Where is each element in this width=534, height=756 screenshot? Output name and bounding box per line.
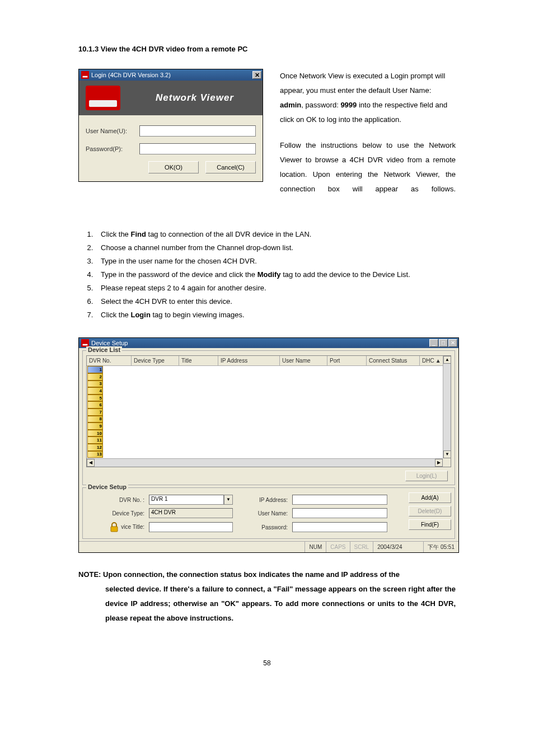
maximize-icon[interactable]: □: [439, 339, 448, 347]
cancel-button[interactable]: Cancel(C): [205, 161, 256, 173]
intro-para-2: Follow the instructions below to use the…: [280, 138, 456, 196]
col-port[interactable]: Port: [327, 356, 367, 365]
app-icon: [81, 339, 89, 347]
table-header: DVR No. Device Type Title IP Address Use…: [87, 356, 451, 366]
dvr-row-12[interactable]: 12: [87, 444, 103, 451]
password2-label: Password:: [237, 524, 288, 530]
scroll-left-icon[interactable]: ◀: [87, 459, 95, 467]
status-date: 2004/3/24: [373, 542, 423, 552]
step-6: Select the 4CH DVR to enter this device.: [95, 295, 456, 308]
vertical-scrollbar[interactable]: ▲ ▼: [443, 356, 451, 458]
step-1: Click the Find tag to connection of the …: [95, 228, 456, 241]
col-devicetype[interactable]: Device Type: [132, 356, 179, 365]
scroll-up-icon[interactable]: ▲: [443, 356, 451, 364]
devicetype-label: Device Type:: [88, 510, 144, 516]
svg-rect-1: [83, 76, 88, 78]
minimize-icon[interactable]: _: [429, 339, 438, 347]
col-title[interactable]: Title: [179, 356, 218, 365]
dvr-row-5[interactable]: 5: [87, 395, 103, 402]
status-bar: NUM CAPS SCRL 2004/3/24 下午 05:51: [79, 541, 458, 552]
devicetitle-input[interactable]: [149, 522, 233, 532]
device-title: Device Setup: [91, 340, 429, 346]
instruction-list: Click the Find tag to connection of the …: [78, 228, 456, 322]
top-section: Login (4Ch DVR Version 3.2) ✕ Network Vi…: [78, 69, 456, 208]
dvr-row-11[interactable]: 11: [87, 436, 103, 444]
intro-para-1: Once Network View is executed a Login pr…: [280, 69, 456, 127]
login-button[interactable]: Login(L): [405, 471, 448, 481]
section-heading: 10.1.3 View the 4CH DVR video from a rem…: [78, 45, 456, 53]
intro-text: Once Network View is executed a Login pr…: [280, 69, 456, 208]
login-dialog: Login (4Ch DVR Version 3.2) ✕ Network Vi…: [78, 69, 263, 182]
step-4: Type in the password of the device and c…: [95, 268, 456, 281]
note-label: NOTE:: [78, 570, 103, 579]
scroll-right-icon[interactable]: ▶: [435, 459, 443, 467]
devicetitle-label: vice Title:: [88, 522, 144, 533]
username-label: User Name(U):: [86, 128, 139, 134]
col-dvrno[interactable]: DVR No.: [87, 356, 132, 365]
device-setup-dialog: Device Setup _ □ ✕ Device List DVR No. D…: [78, 337, 459, 553]
device-titlebar: Device Setup _ □ ✕: [79, 338, 458, 348]
dvr-row-10[interactable]: 10: [87, 430, 103, 437]
close-icon[interactable]: ✕: [448, 339, 457, 347]
device-setup-legend: Device Setup: [86, 483, 128, 490]
dvr-row-1[interactable]: 1: [87, 366, 103, 373]
password-label: Password(P):: [86, 145, 139, 152]
password-input[interactable]: [139, 143, 256, 154]
close-icon[interactable]: ✕: [252, 71, 261, 79]
username-input[interactable]: [139, 125, 256, 137]
ip-input[interactable]: [292, 495, 387, 505]
step-2: Choose a channel number from the Channel…: [95, 241, 456, 255]
status-caps: CAPS: [326, 542, 349, 552]
find-button[interactable]: Find(F): [409, 519, 451, 530]
device-list-legend: Device List: [86, 346, 122, 353]
dvr-row-8[interactable]: 8: [87, 416, 103, 423]
dvr-row-9[interactable]: 9: [87, 422, 103, 430]
dvr-row-6[interactable]: 6: [87, 401, 103, 408]
dvr-row-4[interactable]: 4: [87, 387, 103, 395]
username2-label: User Name:: [237, 510, 288, 516]
banner-logo: [86, 86, 120, 110]
note-body: selected device. If there's a failure to…: [105, 582, 456, 626]
status-time: 下午 05:51: [423, 542, 458, 552]
dvr-row-icons: 1 2 3 4 5 6 7 8 9 10 11 12 13: [87, 366, 104, 458]
note-paragraph: NOTE: Upon connection, the connection st…: [78, 567, 456, 626]
dvr-row-13[interactable]: 13: [87, 451, 103, 458]
dvrno-label: DVR No. :: [88, 497, 144, 503]
delete-button[interactable]: Delete(D): [409, 506, 451, 516]
svg-rect-0: [81, 71, 89, 79]
scroll-corner: [443, 458, 451, 467]
horizontal-scrollbar[interactable]: ◀ ▶: [87, 458, 443, 467]
banner-text: Network Viewer: [134, 92, 256, 104]
col-ip[interactable]: IP Address: [218, 356, 280, 365]
ok-button[interactable]: OK(O): [148, 161, 199, 173]
password2-input[interactable]: [292, 522, 387, 532]
dvrno-select[interactable]: DVR 1 ▼: [149, 495, 233, 505]
login-title: Login (4Ch DVR Version 3.2): [91, 72, 252, 78]
device-list-table: DVR No. Device Type Title IP Address Use…: [86, 355, 451, 467]
device-setup-group: Device Setup DVR No. : DVR 1 ▼ IP Addres…: [82, 487, 455, 539]
lock-icon: [109, 522, 120, 533]
dvr-row-3[interactable]: 3: [87, 381, 103, 388]
svg-rect-2: [81, 339, 89, 347]
ip-label: IP Address:: [237, 497, 288, 503]
app-icon: [81, 71, 89, 79]
add-button[interactable]: Add(A): [409, 492, 451, 503]
step-7: Click the Login tag to begin viewing ima…: [95, 308, 456, 322]
dvr-row-7[interactable]: 7: [87, 408, 103, 416]
svg-rect-3: [83, 344, 88, 346]
step-3: Type in the user name for the chosen 4CH…: [95, 255, 456, 268]
status-scrl: SCRL: [350, 542, 373, 552]
col-user[interactable]: User Name: [280, 356, 327, 365]
step-5: Please repeat steps 2 to 4 again for ano…: [95, 281, 456, 295]
col-connect[interactable]: Connect Status: [367, 356, 420, 365]
status-num: NUM: [305, 542, 326, 552]
svg-rect-4: [111, 527, 118, 532]
chevron-down-icon[interactable]: ▼: [224, 495, 233, 505]
login-banner: Network Viewer: [79, 81, 263, 115]
scroll-down-icon[interactable]: ▼: [443, 450, 451, 458]
device-list-group: Device List DVR No. Device Type Title IP…: [82, 350, 455, 485]
devicetype-field: 4CH DVR: [149, 508, 233, 518]
dvr-row-2[interactable]: 2: [87, 373, 103, 381]
login-titlebar: Login (4Ch DVR Version 3.2) ✕: [79, 69, 263, 81]
username2-input[interactable]: [292, 508, 387, 518]
